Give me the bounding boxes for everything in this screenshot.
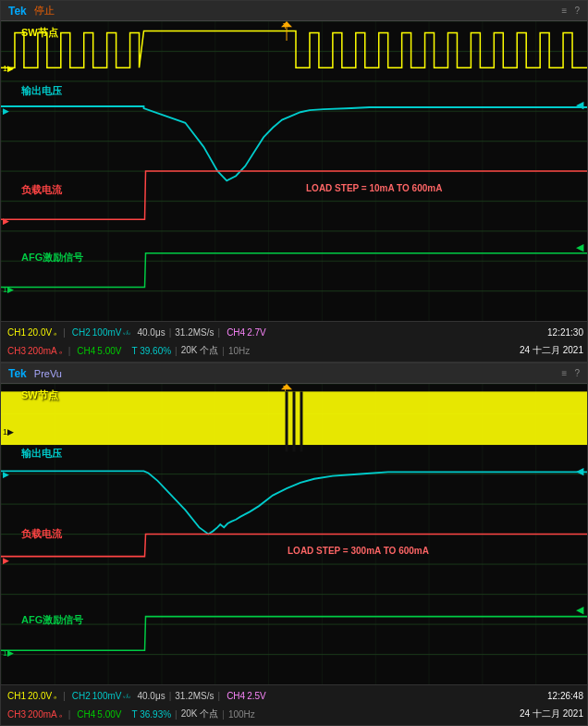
- svg-text:1▶: 1▶: [3, 64, 14, 73]
- help-icon-2[interactable]: ?: [574, 368, 580, 378]
- ch1-badge-1: CH1 20.0V ₐ: [5, 326, 59, 338]
- ch4-label-scale-1: CH4: [77, 346, 95, 356]
- div5-2: |: [175, 709, 178, 720]
- menu-icon-2[interactable]: ≡: [562, 368, 568, 378]
- trigger-pct-2: T 36.93%: [131, 709, 171, 720]
- time-display-2: 12:26:48: [547, 691, 583, 701]
- load-step-label-1: LOAD STEP = 10mA TO 600mA: [306, 183, 442, 193]
- ch4-val-badge-1: CH4 2.7V: [224, 326, 269, 338]
- ch2-unit-1: ᵥ/ᵤ: [123, 329, 130, 337]
- div2-1: |: [169, 327, 172, 338]
- div6-2: |: [222, 709, 225, 720]
- ch2-scale-2: 100mV: [92, 691, 122, 701]
- scope-display-1: T 1▶ ▶ ▶ 1▶ SW节点 输出电压 负载电流 AFG激励信号 LOAD …: [1, 21, 587, 321]
- svg-text:▶: ▶: [3, 469, 9, 478]
- help-icon-1[interactable]: ?: [574, 6, 580, 16]
- sample-rate-2: 31.2MS/s: [175, 691, 214, 701]
- ch4-scale-footer-2: 5.00V: [97, 709, 121, 720]
- timebase-2: 40.0μs: [137, 691, 165, 701]
- menu-icon-1[interactable]: ≡: [562, 6, 568, 16]
- footer-row1-2: CH1 20.0V ₐ | CH2 100mV ᵥ/ᵤ 40.0μs | 31.…: [5, 687, 583, 706]
- trigger-pct-1: T 39.60%: [131, 346, 171, 356]
- ch4-scale-badge-2: CH4 5.00V: [74, 708, 124, 720]
- brand-label-1: Tek: [8, 5, 27, 18]
- panel-header-1: Tek 停止 ≡ ?: [1, 1, 587, 21]
- freq-2: 100Hz: [228, 709, 255, 720]
- ch2-badge-1: CH2 100mV ᵥ/ᵤ: [69, 326, 134, 338]
- timebase-1: 40.0μs: [137, 327, 165, 338]
- ch2-label-1: 输出电压: [21, 84, 62, 98]
- svg-text:▶: ▶: [3, 216, 9, 226]
- ch2-label-2: 输出电压: [21, 447, 62, 461]
- ch3-label-1: 负载电流: [21, 183, 62, 197]
- freq-1: 10Hz: [228, 346, 250, 356]
- ch2-badge-2: CH2 100mV ᵥ/ᵤ: [69, 690, 134, 702]
- ch1-label-2: SW节点: [21, 388, 58, 402]
- scope-grid-2: T 1▶ ▶ ▶ 1▶: [1, 384, 587, 684]
- div4-1: |: [68, 346, 71, 356]
- sample-rate-1: 31.2MS/s: [175, 327, 214, 338]
- ch3-label-badge-1: CH3: [7, 346, 26, 356]
- ch3-badge-1: CH3 200mA ₐ: [5, 345, 65, 357]
- svg-text:T: T: [283, 22, 288, 31]
- ch1-coupling-1: ₐ: [54, 328, 56, 337]
- div6-1: |: [222, 346, 225, 356]
- scope-grid-1: T 1▶ ▶ ▶ 1▶: [1, 21, 587, 321]
- scope-display-2: T 1▶ ▶ ▶ 1▶ SW节点 输出电压 负载电流 AFG激励信号 LOAD …: [1, 384, 587, 684]
- brand-label-2: Tek: [8, 367, 27, 380]
- ch4-label-val-1: CH4: [227, 327, 245, 338]
- ch1-scale-2: 20.0V: [28, 691, 52, 701]
- svg-text:1▶: 1▶: [3, 647, 14, 657]
- footer-row2-2: CH3 200mA ₐ | CH4 5.00V T 36.93% | 20K 个…: [5, 706, 583, 724]
- ch4-label-2: AFG激励信号: [21, 613, 83, 627]
- ch1-badge-2: CH1 20.0V ₐ: [5, 690, 59, 702]
- ch1-label-badge-1: CH1: [7, 327, 26, 338]
- load-step-label-2: LOAD STEP = 300mA TO 600mA: [288, 546, 429, 556]
- div3-2: |: [218, 691, 221, 701]
- points-2: 20K 个点: [181, 708, 219, 720]
- ch4-val-badge-2: CH4 2.5V: [224, 690, 269, 702]
- ch4-scale-footer-1: 5.00V: [97, 346, 121, 356]
- ch4-right-marker-1: ◀: [576, 241, 583, 253]
- ch3-scale-1: 200mA: [28, 346, 57, 356]
- ch4-label-val-2: CH4: [227, 691, 245, 701]
- footer-row2-1: CH3 200mA ₐ | CH4 5.00V T 39.60% | 20K 个…: [5, 342, 583, 361]
- ch2-right-marker-1: ◀: [576, 99, 583, 111]
- ch2-label-badge-2: CH2: [72, 691, 91, 701]
- ch2-scale-1: 100mV: [92, 327, 122, 338]
- ch3-badge-2: CH3 200mA ₐ: [5, 708, 65, 720]
- date-display-1: 24 十二月 2021: [520, 344, 583, 357]
- ch3-label-badge-2: CH3: [7, 709, 26, 720]
- ch1-scale-1: 20.0V: [28, 327, 52, 338]
- div4-2: |: [68, 709, 71, 720]
- svg-text:▶: ▶: [3, 556, 9, 565]
- date-display-2: 24 十二月 2021: [520, 708, 583, 720]
- ch1-label-badge-2: CH1: [7, 691, 26, 701]
- svg-text:T: T: [283, 385, 288, 393]
- ch3-coupling-1: ₐ: [59, 347, 62, 355]
- ch1-coupling-2: ₐ: [54, 692, 56, 700]
- status-label-2: PreVu: [34, 368, 62, 379]
- ch4-scale-badge-1: CH4 5.00V: [74, 345, 124, 357]
- div5-1: |: [175, 346, 178, 356]
- ch4-label-scale-2: CH4: [77, 709, 95, 720]
- ch1-label-1: SW节点: [21, 26, 58, 40]
- ch2-unit-2: ᵥ/ᵤ: [123, 693, 130, 700]
- ch3-scale-2: 200mA: [28, 709, 57, 720]
- ch4-label-1: AFG激励信号: [21, 251, 83, 265]
- oscilloscope-panel-2: Tek PreVu ≡ ?: [0, 363, 588, 726]
- svg-text:▶: ▶: [3, 106, 9, 116]
- panel-header-2: Tek PreVu ≡ ?: [1, 363, 587, 384]
- ch2-right-marker-2: ◀: [576, 465, 583, 477]
- ch4-val-2: 2.5V: [247, 691, 266, 701]
- div2-2: |: [169, 691, 172, 701]
- oscilloscope-panel-1: Tek 停止 ≡ ?: [0, 0, 588, 363]
- div1-1: |: [63, 327, 66, 338]
- ch4-right-marker-2: ◀: [576, 604, 583, 616]
- ch4-val-1: 2.7V: [247, 327, 266, 338]
- ch2-label-badge-1: CH2: [72, 327, 91, 338]
- status-label-1: 停止: [34, 4, 55, 18]
- ch3-label-2: 负载电流: [21, 527, 62, 541]
- points-1: 20K 个点: [181, 344, 219, 357]
- ch3-coupling-2: ₐ: [59, 710, 62, 719]
